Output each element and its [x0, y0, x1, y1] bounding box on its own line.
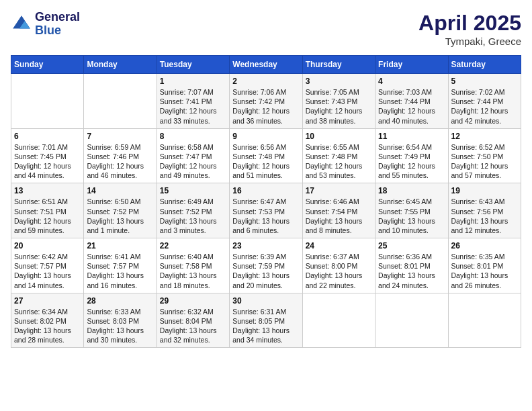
header-cell-monday: Monday — [84, 56, 157, 74]
calendar-cell: 13Sunrise: 6:51 AM Sunset: 7:51 PM Dayli… — [11, 183, 84, 238]
day-content: Sunrise: 6:33 AM Sunset: 8:03 PM Dayligh… — [87, 307, 153, 345]
calendar-cell: 22Sunrise: 6:40 AM Sunset: 7:58 PM Dayli… — [157, 238, 229, 293]
day-content: Sunrise: 6:46 AM Sunset: 7:54 PM Dayligh… — [306, 197, 372, 235]
day-content: Sunrise: 6:55 AM Sunset: 7:48 PM Dayligh… — [306, 142, 372, 181]
calendar-cell: 26Sunrise: 6:35 AM Sunset: 8:01 PM Dayli… — [448, 238, 521, 293]
day-content: Sunrise: 6:41 AM Sunset: 7:57 PM Dayligh… — [87, 252, 153, 290]
week-row-3: 13Sunrise: 6:51 AM Sunset: 7:51 PM Dayli… — [11, 183, 521, 238]
day-number: 30 — [232, 296, 299, 306]
day-number: 22 — [160, 241, 226, 250]
day-content: Sunrise: 7:02 AM Sunset: 7:44 PM Dayligh… — [451, 87, 518, 126]
calendar-cell: 1Sunrise: 7:07 AM Sunset: 7:41 PM Daylig… — [157, 74, 229, 129]
calendar-cell: 23Sunrise: 6:39 AM Sunset: 7:59 PM Dayli… — [230, 238, 302, 293]
day-number: 8 — [160, 132, 226, 141]
logo: General Blue — [11, 11, 80, 38]
day-content: Sunrise: 6:58 AM Sunset: 7:47 PM Dayligh… — [160, 142, 226, 181]
header-cell-friday: Friday — [375, 56, 448, 74]
week-row-2: 6Sunrise: 7:01 AM Sunset: 7:45 PM Daylig… — [11, 128, 521, 183]
calendar-cell: 21Sunrise: 6:41 AM Sunset: 7:57 PM Dayli… — [84, 238, 157, 293]
day-content: Sunrise: 6:31 AM Sunset: 8:05 PM Dayligh… — [232, 307, 299, 345]
calendar-cell: 9Sunrise: 6:56 AM Sunset: 7:48 PM Daylig… — [230, 128, 302, 183]
header-cell-wednesday: Wednesday — [230, 56, 302, 74]
day-number: 17 — [306, 186, 372, 195]
day-content: Sunrise: 7:05 AM Sunset: 7:43 PM Dayligh… — [306, 87, 372, 126]
day-number: 27 — [14, 296, 81, 306]
calendar-cell: 12Sunrise: 6:52 AM Sunset: 7:50 PM Dayli… — [448, 128, 521, 183]
day-content: Sunrise: 6:51 AM Sunset: 7:51 PM Dayligh… — [14, 197, 81, 235]
day-number: 29 — [160, 296, 226, 306]
title-block: April 2025 Tympaki, Greece — [418, 11, 521, 47]
day-number: 15 — [160, 186, 226, 195]
calendar-cell: 3Sunrise: 7:05 AM Sunset: 7:43 PM Daylig… — [302, 74, 375, 129]
calendar-cell: 11Sunrise: 6:54 AM Sunset: 7:49 PM Dayli… — [375, 128, 448, 183]
calendar-cell: 2Sunrise: 7:06 AM Sunset: 7:42 PM Daylig… — [230, 74, 302, 129]
day-content: Sunrise: 7:01 AM Sunset: 7:45 PM Dayligh… — [14, 142, 81, 181]
calendar-cell: 15Sunrise: 6:49 AM Sunset: 7:52 PM Dayli… — [157, 183, 229, 238]
logo-text: General Blue — [35, 11, 80, 38]
day-number: 14 — [87, 186, 153, 195]
week-row-5: 27Sunrise: 6:34 AM Sunset: 8:02 PM Dayli… — [11, 293, 521, 348]
calendar-cell: 5Sunrise: 7:02 AM Sunset: 7:44 PM Daylig… — [448, 74, 521, 129]
day-content: Sunrise: 7:03 AM Sunset: 7:44 PM Dayligh… — [378, 87, 445, 126]
day-number: 21 — [87, 241, 153, 250]
day-content: Sunrise: 6:56 AM Sunset: 7:48 PM Dayligh… — [232, 142, 299, 181]
calendar-cell: 19Sunrise: 6:43 AM Sunset: 7:56 PM Dayli… — [448, 183, 521, 238]
calendar-table: SundayMondayTuesdayWednesdayThursdayFrid… — [11, 55, 521, 348]
day-number: 24 — [306, 241, 372, 250]
header-cell-saturday: Saturday — [448, 56, 521, 74]
week-row-4: 20Sunrise: 6:42 AM Sunset: 7:57 PM Dayli… — [11, 238, 521, 293]
day-content: Sunrise: 6:35 AM Sunset: 8:01 PM Dayligh… — [451, 252, 518, 290]
day-content: Sunrise: 6:45 AM Sunset: 7:55 PM Dayligh… — [378, 197, 445, 235]
day-content: Sunrise: 6:36 AM Sunset: 8:01 PM Dayligh… — [378, 252, 445, 290]
calendar-cell: 7Sunrise: 6:59 AM Sunset: 7:46 PM Daylig… — [84, 128, 157, 183]
day-number: 25 — [378, 241, 445, 250]
day-number: 19 — [451, 186, 518, 195]
calendar-cell: 10Sunrise: 6:55 AM Sunset: 7:48 PM Dayli… — [302, 128, 375, 183]
day-number: 4 — [378, 77, 445, 86]
day-content: Sunrise: 6:49 AM Sunset: 7:52 PM Dayligh… — [160, 197, 226, 235]
week-row-1: 1Sunrise: 7:07 AM Sunset: 7:41 PM Daylig… — [11, 74, 521, 129]
day-number: 28 — [87, 296, 153, 306]
day-number: 16 — [232, 186, 299, 195]
day-number: 6 — [14, 132, 81, 141]
day-number: 1 — [160, 77, 226, 86]
location: Tympaki, Greece — [418, 36, 521, 47]
day-number: 13 — [14, 186, 81, 195]
calendar-cell: 8Sunrise: 6:58 AM Sunset: 7:47 PM Daylig… — [157, 128, 229, 183]
day-content: Sunrise: 7:07 AM Sunset: 7:41 PM Dayligh… — [160, 87, 226, 126]
day-number: 10 — [306, 132, 372, 141]
logo-icon — [11, 13, 32, 35]
header-cell-thursday: Thursday — [302, 56, 375, 74]
calendar-cell: 16Sunrise: 6:47 AM Sunset: 7:53 PM Dayli… — [230, 183, 302, 238]
calendar-cell — [448, 293, 521, 348]
calendar-cell — [84, 74, 157, 129]
day-number: 5 — [451, 77, 518, 86]
calendar-cell — [11, 74, 84, 129]
day-content: Sunrise: 6:39 AM Sunset: 7:59 PM Dayligh… — [232, 252, 299, 290]
day-number: 20 — [14, 241, 81, 250]
day-number: 18 — [378, 186, 445, 195]
calendar-header: SundayMondayTuesdayWednesdayThursdayFrid… — [11, 56, 521, 74]
calendar-cell: 17Sunrise: 6:46 AM Sunset: 7:54 PM Dayli… — [302, 183, 375, 238]
calendar-cell: 30Sunrise: 6:31 AM Sunset: 8:05 PM Dayli… — [230, 293, 302, 348]
calendar-cell: 28Sunrise: 6:33 AM Sunset: 8:03 PM Dayli… — [84, 293, 157, 348]
day-content: Sunrise: 6:54 AM Sunset: 7:49 PM Dayligh… — [378, 142, 445, 181]
month-title: April 2025 — [418, 11, 521, 36]
calendar-cell: 20Sunrise: 6:42 AM Sunset: 7:57 PM Dayli… — [11, 238, 84, 293]
day-content: Sunrise: 6:50 AM Sunset: 7:52 PM Dayligh… — [87, 197, 153, 235]
day-number: 12 — [451, 132, 518, 141]
day-content: Sunrise: 6:42 AM Sunset: 7:57 PM Dayligh… — [14, 252, 81, 290]
day-content: Sunrise: 6:59 AM Sunset: 7:46 PM Dayligh… — [87, 142, 153, 181]
calendar-cell: 24Sunrise: 6:37 AM Sunset: 8:00 PM Dayli… — [302, 238, 375, 293]
calendar-cell: 29Sunrise: 6:32 AM Sunset: 8:04 PM Dayli… — [157, 293, 229, 348]
calendar-cell: 27Sunrise: 6:34 AM Sunset: 8:02 PM Dayli… — [11, 293, 84, 348]
day-number: 3 — [306, 77, 372, 86]
page-header: General Blue April 2025 Tympaki, Greece — [11, 11, 521, 47]
day-content: Sunrise: 6:32 AM Sunset: 8:04 PM Dayligh… — [160, 307, 226, 345]
day-number: 11 — [378, 132, 445, 141]
calendar-cell: 25Sunrise: 6:36 AM Sunset: 8:01 PM Dayli… — [375, 238, 448, 293]
calendar-cell: 18Sunrise: 6:45 AM Sunset: 7:55 PM Dayli… — [375, 183, 448, 238]
day-content: Sunrise: 6:40 AM Sunset: 7:58 PM Dayligh… — [160, 252, 226, 290]
day-content: Sunrise: 6:34 AM Sunset: 8:02 PM Dayligh… — [14, 307, 81, 345]
header-cell-tuesday: Tuesday — [157, 56, 229, 74]
